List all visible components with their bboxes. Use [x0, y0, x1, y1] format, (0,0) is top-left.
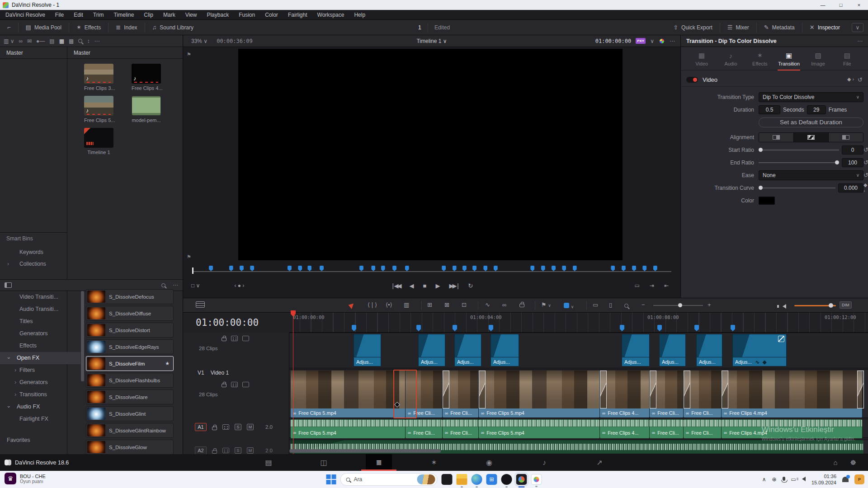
relink-icon[interactable]: ∞ [19, 38, 23, 44]
inspector-options-icon[interactable]: ⋯ [857, 38, 863, 44]
start-ratio-slider[interactable] [759, 150, 839, 150]
timeline-audio-clip[interactable]: ∞Free Cli... [684, 419, 722, 438]
solo-button[interactable]: S [235, 424, 241, 430]
dynamic-trim-icon[interactable]: ⟨•⟩ [386, 301, 392, 308]
page-cut[interactable]: ◫ [311, 454, 337, 471]
scrubber-marker[interactable] [462, 266, 467, 271]
network-globe-icon[interactable]: ⊕ [772, 476, 777, 483]
transition-mark[interactable] [722, 371, 728, 408]
scrubber-marker[interactable] [541, 266, 545, 271]
bin-tree-root[interactable]: Master [0, 47, 67, 59]
clock[interactable]: 01:36 15.09.2024 [811, 473, 836, 486]
curve-editor-icon[interactable] [778, 336, 784, 342]
timeline-audio-clip[interactable]: ∞Free Clips 5.mp4 [291, 419, 406, 438]
start-ratio-field[interactable]: 0 [842, 145, 863, 155]
media-pool-toggle[interactable]: ▤Media Pool [19, 20, 69, 35]
menu-timeline[interactable]: Timeline [113, 12, 134, 18]
tab-audio[interactable]: ♪Audio [717, 51, 744, 66]
file-explorer-icon[interactable] [457, 474, 467, 485]
viewer-zoom-select[interactable]: 33% ∨ [183, 38, 208, 44]
volume-slider[interactable] [794, 305, 836, 306]
scrubber-marker[interactable] [229, 266, 233, 271]
dim-button[interactable]: DIM [840, 301, 852, 309]
mark-in-icon[interactable]: ⚑ [187, 52, 191, 57]
effect-item[interactable]: S_DissolveGlint [86, 406, 174, 421]
inspector-toggle[interactable]: ✕Inspector [802, 20, 847, 35]
adjustment-clip[interactable]: Adjus... [659, 334, 686, 366]
go-to-first-frame-button[interactable]: ❘◀◀ [391, 282, 401, 289]
effect-item[interactable]: S_DissolveDefocus [86, 289, 174, 304]
effect-item[interactable]: S_DissolveGlare [86, 389, 174, 404]
menu-view[interactable]: View [185, 12, 197, 18]
tab-effects[interactable]: ✶Effects [747, 51, 773, 66]
category-fairlight-fx[interactable]: Fairlight FX [0, 413, 80, 425]
adjustment-clip[interactable]: Adjus... [418, 334, 445, 366]
workspace-toggle-button[interactable]: ⌐ [0, 20, 18, 35]
media-clip[interactable]: ♪ Free Clips 3... [84, 64, 113, 91]
step-back-button[interactable]: ◀ [410, 282, 414, 289]
timeline-marker[interactable] [416, 325, 421, 331]
video-enable-toggle[interactable] [686, 77, 698, 83]
category-video-transitions[interactable]: Video Transiti... [0, 291, 80, 303]
edge-browser-icon[interactable] [472, 474, 482, 485]
effect-item[interactable]: S_DissolveGlintRainbow [86, 423, 174, 438]
frame-view-icon[interactable] [242, 336, 249, 341]
widgets-button[interactable]: ♛ BOU - CHEOyun puanı [5, 473, 46, 484]
scrubber-marker[interactable] [453, 266, 457, 271]
notification-bell-icon[interactable] [842, 477, 849, 482]
replace-clip-icon[interactable]: ⊡ [462, 301, 467, 308]
effect-item-selected[interactable]: S_DissolveFilm★ [86, 356, 174, 371]
scrubber-marker[interactable] [472, 266, 476, 271]
effect-item[interactable]: S_DissolveGlow [86, 440, 174, 454]
scrubber-marker[interactable] [622, 266, 626, 271]
scrubber-marker[interactable] [320, 266, 324, 271]
selection-tool-icon[interactable] [349, 303, 354, 310]
timeline-name-select[interactable]: Timeline 1 ∨ [416, 38, 447, 44]
index-toggle[interactable]: ≣Index [108, 20, 144, 35]
razor-edit-icon[interactable]: ▥ [404, 301, 409, 308]
scrubber-marker[interactable] [381, 266, 385, 271]
effect-item[interactable]: S_DissolveFlashbulbs [86, 373, 174, 388]
track-header-v1[interactable]: V1Video 1 28 Clips [183, 370, 289, 397]
effects-toggle[interactable]: ✶Effects [69, 20, 108, 35]
retime-curve-icon[interactable]: ∿ [485, 301, 490, 308]
trim-edit-mode-icon[interactable]: ⟨❘⟩ [368, 301, 377, 308]
mark-out-icon[interactable]: ⚑ [187, 254, 191, 260]
transition-curve-slider[interactable] [759, 188, 835, 188]
project-settings-gear-icon[interactable]: ☸ [850, 459, 856, 467]
scrubber-marker[interactable] [359, 266, 363, 271]
adjustment-clip[interactable]: Adjus... [454, 334, 481, 366]
speaker-volume-icon[interactable] [802, 476, 806, 483]
category-open-fx[interactable]: Open FX [0, 352, 80, 364]
scrubber-marker[interactable] [288, 266, 292, 271]
timeline-audio-clip[interactable]: ∞Free Cli... [443, 419, 479, 438]
menu-color[interactable]: Color [265, 12, 278, 18]
effect-item[interactable]: S_DissolveEdgeRays [86, 339, 174, 354]
app-icon-lightroom[interactable] [442, 474, 453, 485]
media-clip[interactable]: model-pem... [132, 96, 161, 123]
tab-image[interactable]: ▨Image [805, 51, 831, 66]
align-center-on-cut-button[interactable] [794, 133, 829, 142]
go-to-last-frame-button[interactable]: ▶▶❘ [449, 282, 459, 289]
category-titles[interactable]: Titles [0, 315, 80, 328]
page-edit[interactable]: ≣ [366, 454, 392, 471]
category-audio-fx[interactable]: Audio FX [0, 401, 80, 413]
auto-select-icon[interactable] [231, 382, 238, 387]
adjustment-clip[interactable]: Adjus... [354, 334, 381, 366]
category-openfx-transitions[interactable]: Transitions [0, 389, 80, 401]
position-lock-icon[interactable] [519, 301, 524, 309]
detail-zoom-icon[interactable]: ▯ [609, 301, 612, 308]
adjustment-clip[interactable]: Adjus... [696, 334, 722, 366]
project-home-icon[interactable]: ⌂ [833, 459, 837, 467]
timeline-marker[interactable] [453, 325, 457, 331]
quick-export-button[interactable]: ⇧Quick Export [666, 20, 720, 35]
timeline-video-clip[interactable]: ∞Free Clips 5.mp4 [479, 371, 600, 418]
transform-select-icon[interactable]: □ ∨ [191, 282, 200, 289]
duration-frames-field[interactable]: 29 [807, 105, 826, 114]
microphone-icon[interactable] [783, 477, 785, 481]
menu-help[interactable]: Help [354, 12, 365, 18]
insert-clip-icon[interactable]: ⊞ [427, 301, 432, 308]
frame-view-icon[interactable] [242, 382, 249, 387]
menu-edit[interactable]: Edit [74, 12, 83, 18]
effects-options-icon[interactable]: ⋯ [173, 282, 178, 288]
